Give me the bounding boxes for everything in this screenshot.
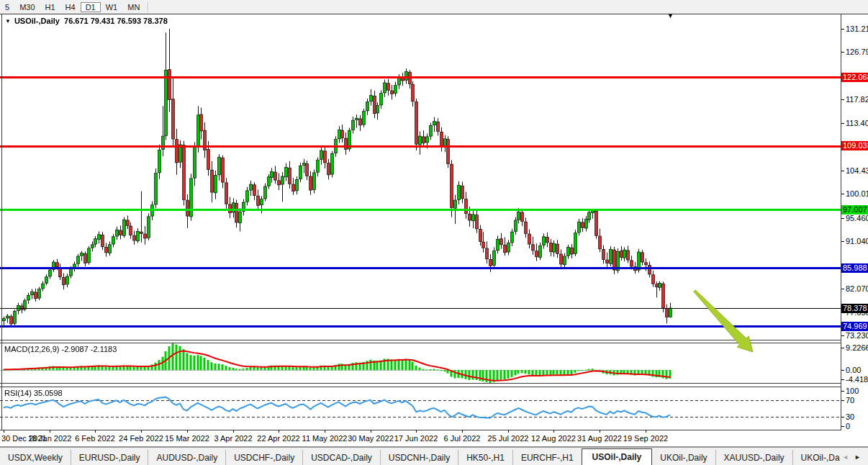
date-label: 18 Jan 2022 — [28, 434, 72, 443]
timeframe-button-5[interactable]: 5 — [0, 2, 14, 12]
timeframe-toolbar: 5M30H1H4D1W1MN — [0, 0, 868, 14]
macd-label: MACD(12,26,9) -2.9087 -2.1183 — [4, 345, 117, 353]
tab-scroll-left-icon[interactable]: ◄ — [842, 453, 849, 461]
frame-left — [1, 14, 2, 430]
tab-scroll-arrows: ◄ ► — [841, 448, 861, 465]
rsi-level-label: 70 — [846, 396, 854, 405]
tab-hk50-h1[interactable]: HK50-,H1 — [458, 450, 512, 465]
chart-shift-marker-icon[interactable]: ▼ — [667, 12, 674, 19]
macd-pane-bottom-border[interactable] — [0, 383, 841, 384]
date-label: 22 Apr 2022 — [257, 434, 299, 443]
tab-ukoil-da[interactable]: UKOil-,Da — [792, 450, 841, 465]
time-axis[interactable]: 30 Dec 202118 Jan 20226 Feb 202224 Feb 2… — [0, 432, 841, 446]
rsi-level-label: 100 — [846, 387, 859, 395]
timeframe-button-h1[interactable]: H1 — [40, 2, 60, 12]
date-label: 25 Jul 2022 — [488, 434, 529, 443]
price-tick-label: 95.460 — [846, 214, 868, 222]
price-axis[interactable]: 131.210126.790117.820113.400104.430100.0… — [841, 14, 868, 446]
price-tick-label: 91.040 — [846, 237, 868, 245]
tab-usdcad-daily[interactable]: USDCAD-,Daily — [302, 450, 380, 465]
price-tick-label: 113.400 — [846, 119, 868, 127]
tab-xauusd-daily[interactable]: XAUUSD-,Daily — [715, 450, 792, 465]
macd-panel-canvas[interactable] — [0, 343, 841, 383]
tab-eurusd-daily[interactable]: EURUSD-,Daily — [71, 450, 148, 465]
price-line-label: 122.068 — [841, 73, 868, 82]
timeframe-button-h4[interactable]: H4 — [60, 2, 81, 12]
symbol-label: USOil-,Daily — [14, 17, 60, 25]
chart-tabs: USDX,WeeklyEURUSD-,DailyAUDUSD-,DailyUSD… — [0, 448, 841, 465]
tab-ukoil-daily[interactable]: UKOil-,Daily — [652, 450, 715, 465]
main-chart-canvas[interactable] — [0, 14, 841, 340]
date-label: 6 Feb 2022 — [75, 434, 115, 443]
rsi-panel-canvas[interactable] — [0, 387, 841, 430]
date-label: 17 Jun 2022 — [394, 434, 438, 443]
tab-usdx-weekly[interactable]: USDX,Weekly — [0, 450, 71, 465]
date-label: 24 Feb 2022 — [119, 434, 163, 443]
tab-eurchf-h1[interactable]: EURCHF-,H1 — [512, 450, 582, 465]
macd-max-label: 9.2266 — [846, 343, 868, 352]
rsi-pane-bottom-border — [0, 430, 841, 430]
timeframe-button-mn[interactable]: MN — [122, 2, 145, 12]
chart-title: ▼USOil-,Daily 76.671 79.431 76.593 78.37… — [5, 17, 168, 25]
rsi-level-label: 30 — [846, 412, 854, 421]
price-line-label: 109.038 — [841, 141, 868, 150]
collapse-triangle-icon[interactable]: ▼ — [5, 18, 11, 24]
timeframe-button-w1[interactable]: W1 — [101, 2, 123, 12]
tab-usoil-daily[interactable]: USOil-,Daily — [582, 448, 653, 465]
toolbar-separator — [148, 2, 149, 12]
rsi-pane-top-border[interactable] — [0, 387, 841, 387]
price-line-label: 78.378 — [841, 304, 868, 313]
tab-scroll-right-icon[interactable]: ► — [854, 453, 861, 461]
rsi-label: RSI(14) 35.0598 — [4, 389, 63, 397]
timeframe-button-d1[interactable]: D1 — [81, 2, 101, 12]
date-label: 12 Aug 2022 — [531, 434, 576, 443]
price-tick-label: 100.010 — [846, 189, 868, 198]
frame-top — [0, 14, 868, 14]
price-tick-label: 82.070 — [846, 284, 868, 293]
price-tick-label: 126.790 — [846, 48, 868, 56]
tab-usdcnh-daily[interactable]: USDCNH-,Daily — [380, 450, 458, 465]
date-label: 15 Mar 2022 — [165, 434, 209, 443]
tab-audusd-daily[interactable]: AUDUSD-,Daily — [148, 450, 225, 465]
tab-usdchf-daily[interactable]: USDCHF-,Daily — [225, 450, 302, 465]
price-tick-label: 104.430 — [846, 166, 868, 175]
date-label: 19 Sep 2022 — [623, 434, 668, 443]
macd-zero-label: 0.00 — [846, 366, 861, 374]
mt4-window: 5M30H1H4D1W1MN ▼USOil-,Daily 76.671 79.4… — [0, 0, 868, 465]
rsi-level-label: 0 — [846, 422, 850, 430]
chart-tabs-bar: USDX,WeeklyEURUSD-,DailyAUDUSD-,DailyUSD… — [0, 447, 868, 465]
price-line-label: 74.969 — [841, 322, 868, 331]
date-label: 11 May 2022 — [302, 434, 348, 443]
price-tick-label: 131.210 — [846, 24, 868, 33]
date-label: 6 Jul 2022 — [444, 434, 481, 443]
timeframe-button-m30[interactable]: M30 — [14, 2, 40, 12]
price-tick-label: 117.820 — [846, 95, 868, 104]
price-line-label: 97.007 — [841, 205, 868, 215]
main-pane-bottom-border — [0, 340, 841, 340]
date-label: 31 Aug 2022 — [577, 434, 622, 443]
price-line-label: 85.988 — [841, 263, 868, 273]
ohlc-values: 76.671 79.431 76.593 78.378 — [64, 17, 168, 25]
date-label: 30 May 2022 — [348, 434, 394, 443]
price-tick-label: 73.230 — [846, 331, 868, 340]
macd-pane-top-border[interactable] — [0, 343, 841, 343]
date-label: 3 Apr 2022 — [214, 434, 252, 443]
macd-min-label: -4.4188 — [846, 375, 868, 384]
